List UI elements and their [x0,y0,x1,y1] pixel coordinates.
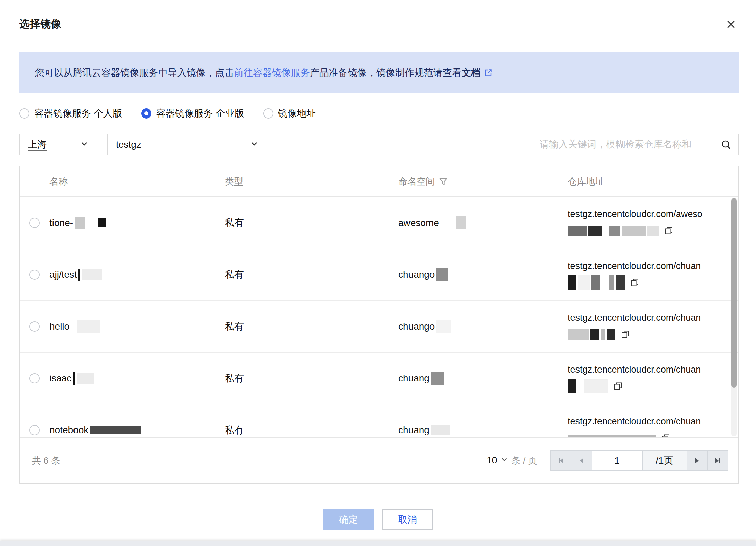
redacted-namespace-part [436,320,453,333]
namespace: chuango [398,321,435,332]
redacted-repo-part [568,226,660,236]
redacted-repo-part [568,329,617,340]
next-page-button[interactable] [687,450,708,471]
pager: /1页 [551,450,728,471]
modal-actions: 确定 取消 [0,509,756,530]
redacted-namespace-part [436,268,450,281]
select-image-modal: 选择镜像 您可以从腾讯云容器镜像服务中导入镜像，点击前往容器镜像服务产品准备镜像… [0,0,756,546]
radio-circle-icon[interactable] [19,108,29,119]
redacted-repo-part [568,435,657,437]
row-radio[interactable] [29,270,40,280]
copy-icon[interactable] [630,278,639,287]
redacted-repo-part [568,275,627,290]
redacted-name-part [71,320,102,333]
redacted-name-part [78,269,103,281]
total-pages-label: /1页 [642,450,687,471]
table-row[interactable]: isaac 私有 chuang testgz.tencentcloudcr.co… [20,353,738,404]
copy-icon[interactable] [613,381,623,391]
repo-address: testgz.tencentcloudcr.com/chuan [568,415,715,428]
image-name: hello [49,321,69,332]
column-header-type: 类型 [225,175,398,188]
doc-link[interactable]: 文档 [462,66,481,79]
column-header-repo: 仓库地址 [568,175,738,188]
image-name: isaac [49,373,71,384]
namespace: chuango [398,269,435,280]
prev-page-button[interactable] [571,450,592,471]
chevron-down-icon [500,455,508,466]
copy-icon[interactable] [621,330,630,339]
redacted-namespace-part [440,216,467,229]
search-box [531,134,739,155]
image-type: 私有 [225,269,244,280]
search-input[interactable] [531,134,714,154]
scrollbar-track[interactable] [731,198,737,436]
scrollbar-thumb[interactable] [731,198,737,388]
page-size-select[interactable]: 10 [487,455,511,466]
image-name: ajj/test [49,269,77,280]
per-page-label: 条 / 页 [511,455,537,467]
image-name: tione- [49,217,73,228]
namespace: chuang [398,425,429,436]
radio-circle-icon[interactable] [263,108,273,119]
image-table: 名称 类型 命名空间 仓库地址 tione- [19,166,739,484]
repo-address: testgz.tencentcloudcr.com/aweso [568,207,715,221]
registry-link[interactable]: 前往容器镜像服务 [234,66,310,79]
radio-label: 容器镜像服务 个人版 [34,107,122,120]
row-radio[interactable] [29,321,40,332]
redacted-namespace-part [431,425,451,435]
copy-icon[interactable] [661,433,670,437]
namespace: chuang [398,373,429,384]
external-link-icon[interactable] [484,68,493,77]
image-type: 私有 [225,373,244,383]
redacted-name-part [73,372,96,385]
page-number-input[interactable] [593,455,641,466]
region-select[interactable]: 上海 [19,134,97,155]
close-icon[interactable] [723,17,738,32]
table-row[interactable]: notebook 私有 chuang testgz.tencentcloudcr… [20,404,738,437]
search-icon[interactable] [720,139,732,152]
cancel-button[interactable]: 取消 [382,509,433,530]
row-radio[interactable] [29,425,40,435]
last-page-button[interactable] [707,450,728,471]
row-radio[interactable] [29,218,40,228]
table-row[interactable]: ajj/test 私有 chuango testgz.tencentcloudc… [20,249,738,301]
page-title: 选择镜像 [19,17,61,31]
region-select-value: 上海 [28,138,47,151]
repo-address: testgz.tencentcloudcr.com/chuan [568,259,715,273]
page-background-strip [0,541,756,546]
table-body: tione- 私有 awesome testgz.tencentcloudcr.… [20,197,738,437]
image-source-radio-group: 容器镜像服务 个人版 容器镜像服务 企业版 镜像地址 [19,107,335,120]
page-number-input-wrap [592,450,643,471]
namespace: awesome [398,217,439,228]
image-type: 私有 [225,321,244,332]
table-header: 名称 类型 命名空间 仓库地址 [20,166,738,197]
radio-label: 容器镜像服务 企业版 [156,107,244,120]
image-name: notebook [49,425,88,436]
radio-enterprise-registry[interactable]: 容器镜像服务 企业版 [141,107,244,120]
table-row[interactable]: hello 私有 chuango testgz.tencentcloudcr.c… [20,301,738,353]
image-type: 私有 [225,425,244,435]
image-type: 私有 [225,217,244,228]
row-radio[interactable] [29,373,40,383]
banner-text-mid: 产品准备镜像，镜像制作规范请查看 [310,66,462,79]
column-header-name: 名称 [49,175,225,188]
repo-address: testgz.tencentcloudcr.com/chuan [568,363,715,376]
banner-text-before: 您可以从腾讯云容器镜像服务中导入镜像，点击 [35,66,234,79]
chevron-down-icon [250,139,259,150]
radio-personal-registry[interactable]: 容器镜像服务 个人版 [19,107,122,120]
filter-funnel-icon[interactable] [439,177,448,186]
first-page-button[interactable] [550,450,571,471]
confirm-button[interactable]: 确定 [323,509,374,530]
instance-select-value: testgz [116,139,141,150]
redacted-name-part [90,426,142,434]
repo-address: testgz.tencentcloudcr.com/chuan [568,311,715,324]
radio-image-url[interactable]: 镜像地址 [263,107,316,120]
registry-instance-select[interactable]: testgz [107,134,267,155]
radio-circle-selected-icon[interactable] [141,108,151,119]
radio-label: 镜像地址 [278,107,316,120]
copy-icon[interactable] [664,226,673,235]
redacted-repo-part [568,379,610,393]
chevron-down-icon [80,139,89,150]
table-row[interactable]: tione- 私有 awesome testgz.tencentcloudcr.… [20,197,738,249]
column-header-namespace: 命名空间 [398,175,568,188]
